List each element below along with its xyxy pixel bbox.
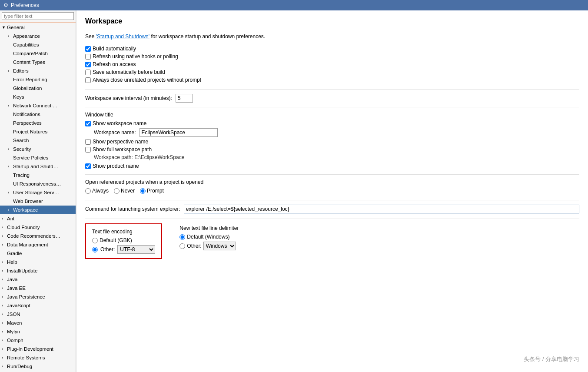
encoding-select[interactable]: UTF-8 GBK ISO-8859-1 US-ASCII UTF-16 <box>117 245 155 254</box>
encoding-section: Text file encoding Default (GBK) Other: … <box>85 223 579 259</box>
show-product-name-label[interactable]: Show product name <box>93 163 139 169</box>
sidebar-item-notifications[interactable]: Notifications <box>0 110 76 119</box>
sidebar-item-perspectives[interactable]: Perspectives <box>0 119 76 127</box>
sidebar-item-label: Install/Update <box>7 267 37 275</box>
sidebar-item-label: Project Natures <box>13 128 47 136</box>
sidebar-item-maven[interactable]: ›Maven <box>0 319 76 327</box>
line-delimiter-select[interactable]: Windows Unix MacOS 9 <box>203 242 236 250</box>
show-full-path-checkbox[interactable] <box>85 147 91 153</box>
sidebar-item-label: Oomph <box>7 336 23 344</box>
sidebar-item-install-update[interactable]: ›Install/Update <box>0 266 76 275</box>
sidebar-item-appearance[interactable]: ›Appearance <box>0 32 76 40</box>
sidebar-item-startup-shutdown[interactable]: ›Startup and Shutd… <box>0 162 76 171</box>
checkbox-refresh-native[interactable] <box>85 54 91 60</box>
checkbox-label-close-unrelated[interactable]: Always close unrelated projects without … <box>93 77 201 83</box>
encoding-default-label[interactable]: Default (GBK) <box>100 237 132 243</box>
prompt-option[interactable]: Prompt <box>140 188 164 194</box>
line-delimiter-other-radio[interactable] <box>179 243 185 249</box>
arrow-icon: › <box>2 310 7 318</box>
sidebar-item-label: Capabilities <box>13 41 39 49</box>
sidebar-item-network-connections[interactable]: ›Network Connecti… <box>0 101 76 110</box>
show-perspective-label[interactable]: Show perspective name <box>93 139 148 145</box>
checkbox-refresh-access[interactable] <box>85 62 91 67</box>
checkbox-close-unrelated[interactable] <box>85 77 91 83</box>
arrow-icon: › <box>2 215 7 223</box>
sidebar-item-project-natures[interactable]: Project Natures <box>0 127 76 136</box>
command-input[interactable] <box>184 205 579 213</box>
sidebar-item-editors[interactable]: ›Editors <box>0 66 76 75</box>
search-input[interactable] <box>2 12 74 20</box>
sidebar-item-java-persistence[interactable]: ›Java Persistence <box>0 292 76 301</box>
save-interval-input[interactable] <box>176 94 193 103</box>
sidebar-item-workspace[interactable]: ›Workspace <box>0 206 76 214</box>
window-title-section: Window title Show workspace name Workspa… <box>85 112 579 169</box>
tree: ▼General›AppearanceCapabilitiesCompare/P… <box>0 22 76 372</box>
always-option[interactable]: Always <box>85 188 109 194</box>
sidebar-item-json[interactable]: ›JSON <box>0 310 76 319</box>
sidebar-item-oomph[interactable]: ›Oomph <box>0 336 76 345</box>
arrow-icon: › <box>8 145 13 153</box>
workspace-name-input[interactable] <box>140 128 218 137</box>
sidebar-item-error-reporting[interactable]: Error Reporting <box>0 75 76 84</box>
checkbox-label-build-auto[interactable]: Build automatically <box>93 46 136 52</box>
encoding-default-radio[interactable] <box>92 238 98 243</box>
sidebar-item-mylyn[interactable]: ›Mylyn <box>0 327 76 336</box>
sidebar-item-plugin-development[interactable]: ›Plug-in Development <box>0 345 76 353</box>
checkbox-label-save-before-build[interactable]: Save automatically before build <box>93 69 165 75</box>
never-option[interactable]: Never <box>114 188 135 194</box>
sidebar-item-security[interactable]: ›Security <box>0 145 76 153</box>
always-radio[interactable] <box>85 188 91 194</box>
line-delimiter-other-label[interactable]: Other: <box>187 243 201 249</box>
sidebar-item-run-debug[interactable]: ›Run/Debug <box>0 362 76 371</box>
encoding-other-radio[interactable] <box>92 247 98 252</box>
sidebar-item-label: Run/Debug <box>7 362 32 370</box>
show-workspace-name-checkbox[interactable] <box>85 121 91 126</box>
checkbox-label-refresh-access[interactable]: Refresh on access <box>93 61 136 67</box>
sidebar-item-ant[interactable]: ›Ant <box>0 214 76 223</box>
sidebar-item-label: Content Types <box>13 58 45 66</box>
sidebar-item-label: Error Reporting <box>13 76 47 83</box>
encoding-other-label[interactable]: Other: <box>100 246 115 252</box>
arrow-icon: › <box>2 267 7 275</box>
sidebar-item-label: Network Connecti… <box>13 102 57 110</box>
sidebar-item-user-storage[interactable]: ›User Storage Serv… <box>0 188 76 197</box>
startup-shutdown-link[interactable]: 'Startup and Shutdown' <box>96 33 149 40</box>
sidebar-item-code-recommenders[interactable]: ›Code Recommenders… <box>0 232 76 240</box>
sidebar-item-globalization[interactable]: Globalization <box>0 84 76 93</box>
prompt-radio[interactable] <box>140 188 146 194</box>
sidebar-item-label: JavaScript <box>7 302 30 309</box>
sidebar-item-help[interactable]: ›Help <box>0 258 76 266</box>
show-product-name-row: Show product name <box>85 163 579 169</box>
checkbox-build-auto[interactable] <box>85 46 91 52</box>
sidebar-item-ui-responsiveness[interactable]: UI Responsiveness… <box>0 179 76 188</box>
sidebar-item-label: Data Management <box>7 241 48 249</box>
checkbox-label-refresh-native[interactable]: Refresh using native hooks or polling <box>93 53 178 60</box>
sidebar-item-web-browser[interactable]: Web Browser <box>0 197 76 206</box>
never-radio[interactable] <box>114 188 120 194</box>
show-perspective-checkbox[interactable] <box>85 139 91 145</box>
sidebar-item-data-management[interactable]: ›Data Management <box>0 240 76 249</box>
sidebar-item-label: Ant <box>7 215 14 223</box>
open-projects-label: Open referenced projects when a project … <box>85 179 579 185</box>
sidebar-item-gradle[interactable]: Gradle <box>0 249 76 258</box>
show-workspace-name-label[interactable]: Show workspace name <box>93 120 146 126</box>
sidebar-item-compare-patch[interactable]: Compare/Patch <box>0 49 76 58</box>
sidebar-item-general[interactable]: ▼General <box>0 23 76 32</box>
sidebar-item-keys[interactable]: Keys <box>0 93 76 101</box>
line-delimiter-default-label[interactable]: Default (Windows) <box>187 234 229 240</box>
sidebar-item-search[interactable]: Search <box>0 136 76 145</box>
sidebar-item-javascript[interactable]: ›JavaScript <box>0 301 76 310</box>
sidebar-item-service-policies[interactable]: Service Policies <box>0 153 76 162</box>
sidebar-item-remote-systems[interactable]: ›Remote Systems <box>0 353 76 362</box>
show-full-path-label[interactable]: Show full workspace path <box>93 146 152 153</box>
sidebar-item-capabilities[interactable]: Capabilities <box>0 40 76 49</box>
show-product-name-checkbox[interactable] <box>85 163 91 169</box>
line-delimiter-default-radio[interactable] <box>179 234 185 240</box>
sidebar-item-java-ee[interactable]: ›Java EE <box>0 284 76 292</box>
sidebar-item-java[interactable]: ›Java <box>0 275 76 284</box>
sidebar-item-content-types[interactable]: Content Types <box>0 58 76 66</box>
sidebar-item-label: Security <box>13 145 31 153</box>
sidebar-item-cloud-foundry[interactable]: ›Cloud Foundry <box>0 223 76 232</box>
sidebar-item-tracing[interactable]: Tracing <box>0 171 76 179</box>
checkbox-save-before-build[interactable] <box>85 70 91 75</box>
